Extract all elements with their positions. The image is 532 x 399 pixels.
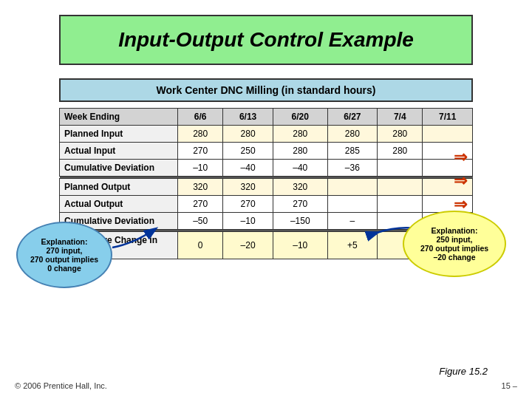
col-6-6: 6/6 (178, 108, 223, 125)
col-6-27: 6/27 (327, 108, 378, 125)
col-6-13: 6/13 (223, 108, 273, 125)
footer-page: 15 – (502, 381, 517, 390)
row-label-planned-output: Planned Output (60, 178, 178, 195)
cell (423, 125, 473, 142)
cell: 320 (178, 178, 223, 195)
cell: –150 (273, 212, 327, 229)
cell: 0 (178, 231, 223, 259)
cell: 280 (273, 142, 327, 159)
explanation-bubble-right: Explanation: 250 input, 270 output impli… (403, 211, 506, 277)
subtitle-text: Work Center DNC Milling (in standard hou… (68, 84, 464, 96)
table-row: Actual Output 270 270 270 (60, 195, 473, 212)
cell: –10 (223, 212, 273, 229)
cell: 270 (223, 195, 273, 212)
table-row: Planned Input 280 280 280 280 280 (60, 125, 473, 142)
table-row: Planned Output 320 320 320 (60, 178, 473, 195)
cell (378, 195, 423, 212)
cell: –36 (327, 159, 378, 176)
cell: +5 (327, 231, 378, 259)
explanation-bubble-left: Explanation: 270 input, 270 output impli… (16, 222, 112, 288)
row-label-actual-input: Actual Input (60, 142, 178, 159)
cell (378, 178, 423, 195)
cell: 320 (223, 178, 273, 195)
col-label: Week Ending (60, 108, 178, 125)
cell (327, 195, 378, 212)
cell: 270 (178, 195, 223, 212)
cell: –40 (223, 159, 273, 176)
arrow-icon-2: ⇒ (454, 171, 467, 191)
cell: –10 (273, 231, 327, 259)
cell: 280 (223, 125, 273, 142)
cell: 270 (178, 142, 223, 159)
col-7-11: 7/11 (423, 108, 473, 125)
cell (378, 159, 423, 176)
cell: 285 (327, 142, 378, 159)
figure-label: Figure 15.2 (439, 366, 488, 377)
cell: 280 (378, 125, 423, 142)
arrow-icon-1: ⇒ (454, 148, 467, 167)
cell: 270 (273, 195, 327, 212)
cell: –50 (178, 212, 223, 229)
row-label-actual-output: Actual Output (60, 195, 178, 212)
cell (327, 178, 378, 195)
cell: 280 (327, 125, 378, 142)
cell: –40 (273, 159, 327, 176)
col-7-4: 7/4 (378, 108, 423, 125)
cell: 250 (223, 142, 273, 159)
table-row: Cumulative Deviation –10 –40 –40 –36 (60, 159, 473, 176)
row-label-planned-input: Planned Input (60, 125, 178, 142)
cell: –10 (178, 159, 223, 176)
row-label-cum-dev1: Cumulative Deviation (60, 159, 178, 176)
subtitle-box: Work Center DNC Milling (in standard hou… (59, 78, 473, 102)
cell: 280 (378, 142, 423, 159)
col-6-20: 6/20 (273, 108, 327, 125)
slide-title: Input-Output Control Example (75, 27, 457, 52)
cell: 320 (273, 178, 327, 195)
cell: –20 (223, 231, 273, 259)
cell: 280 (273, 125, 327, 142)
footer-copyright: © 2006 Prentice Hall, Inc. (15, 381, 107, 390)
cell: 280 (178, 125, 223, 142)
cell: – (327, 212, 378, 229)
table-row: Week Ending 6/6 6/13 6/20 6/27 7/4 7/11 (60, 108, 473, 125)
slide-container: Input-Output Control Example Work Center… (0, 0, 532, 399)
arrow-area: ⇒ ⇒ ⇒ (454, 148, 467, 214)
title-box: Input-Output Control Example (59, 15, 473, 65)
table-row: Actual Input 270 250 280 285 280 (60, 142, 473, 159)
